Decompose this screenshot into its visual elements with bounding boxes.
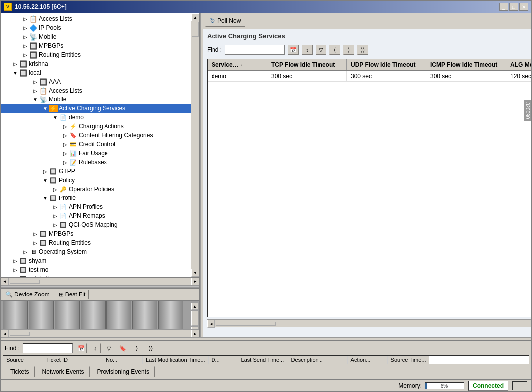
tree-node-charging-actions[interactable]: ▷ ⚡ Charging Actions	[1, 122, 199, 131]
tree-node-apn-remaps[interactable]: ▷ 📄 APN Remaps	[1, 211, 199, 220]
tree-node-active-charging[interactable]: ▼ ⚡ Active Charging Services	[1, 104, 199, 113]
tree-node-rulebases[interactable]: ▷ 📝 Rulebases	[1, 158, 199, 167]
tree-node-mpbgps-2[interactable]: ▷ 🔲 MPBGPs	[1, 229, 199, 238]
expand-icon[interactable]: ▷	[51, 203, 59, 211]
expand-icon[interactable]: ▷	[61, 140, 69, 148]
tree-node-apn-profiles[interactable]: ▷ 📄 APN Profiles	[1, 202, 199, 211]
tree-node-krishna[interactable]: ▷ 🔲 krishna	[1, 59, 199, 68]
expand-icon[interactable]: ▼	[51, 113, 59, 121]
tree-node-shyam[interactable]: ▷ 🔲 shyam	[1, 256, 199, 265]
tab-network-events[interactable]: Network Events	[37, 366, 90, 377]
tree-node-access-lists-1[interactable]: ▷ 📋 Access Lists	[1, 14, 199, 23]
tree-node-mobile-1[interactable]: ▷ 📡 Mobile	[1, 32, 199, 41]
device-hscroll-thumb[interactable]	[10, 332, 30, 336]
device-scroll-up[interactable]: ▲	[191, 303, 198, 310]
find-filter-btn[interactable]: ▽	[316, 45, 326, 55]
col-icmp[interactable]: ICMP Flow Idle Timeout	[426, 59, 506, 70]
tree-node-policy[interactable]: ▼ 🔲 Policy	[1, 176, 199, 185]
expand-icon[interactable]: ▷	[31, 239, 39, 247]
find-input[interactable]	[225, 45, 285, 55]
tab-provisioning-events[interactable]: Provisioning Events	[92, 366, 155, 377]
expand-icon[interactable]: ▷	[61, 158, 69, 166]
expand-icon[interactable]: ▷	[31, 78, 39, 86]
expand-icon[interactable]: ▷	[21, 15, 29, 23]
device-zoom-button[interactable]: 🔍 Device Zoom	[2, 290, 53, 299]
poll-now-button[interactable]: ↻ Poll Now	[205, 15, 245, 27]
find-nav-prev-btn[interactable]: ⟨	[329, 45, 340, 55]
tree-node-content-filtering[interactable]: ▷ 🔖 Content Filtering Categories	[1, 131, 199, 140]
expand-icon[interactable]: ▷	[11, 257, 19, 265]
right-hscroll-thumb[interactable]	[216, 322, 276, 326]
expand-icon[interactable]: ▷	[21, 42, 29, 50]
tree-node-profile[interactable]: ▼ 🔲 Profile	[1, 194, 199, 202]
tree-node-qci-qos[interactable]: ▷ 🔲 QCI-QoS Mapping	[1, 220, 199, 229]
tree-node-mpbgps-1[interactable]: ▷ 🔲 MPBGPs	[1, 41, 199, 50]
expand-icon[interactable]: ▷	[41, 167, 49, 175]
best-fit-button[interactable]: ⊞ Best Fit	[55, 290, 89, 299]
scroll-thumb[interactable]	[192, 22, 199, 37]
device-hscroll-left[interactable]: ◄	[1, 330, 9, 337]
expand-icon[interactable]: ▷	[51, 185, 59, 193]
table-row[interactable]: demo 300 sec 300 sec 300 sec 120 sec	[208, 71, 531, 82]
tree-node-fair-usage[interactable]: ▷ 📊 Fair Usage	[1, 149, 199, 158]
right-hscroll-left[interactable]: ◄	[207, 320, 215, 328]
expand-icon[interactable]: ▼	[11, 69, 19, 77]
tab-tickets[interactable]: Tickets	[5, 366, 35, 377]
device-scroll-bar[interactable]	[191, 311, 198, 326]
expand-icon[interactable]: ▷	[11, 266, 19, 274]
find-sort-btn[interactable]: ↕	[302, 45, 313, 55]
bottom-find-bookmark[interactable]: 🔖	[117, 343, 128, 353]
expand-icon[interactable]: ▷	[21, 51, 29, 59]
scroll-up-btn[interactable]: ▲	[191, 13, 199, 21]
expand-icon[interactable]: ▼	[41, 176, 49, 184]
tree-node-mobile-2[interactable]: ▼ 📡 Mobile	[1, 95, 199, 104]
tree-node-aaa[interactable]: ▷ 🔲 AAA	[1, 77, 199, 86]
scroll-down-btn[interactable]: ▼	[191, 269, 199, 277]
bottom-find-calendar[interactable]: 📅	[76, 343, 87, 353]
tree-node-access-lists-2[interactable]: ▷ 📋 Access Lists	[1, 86, 199, 95]
hscroll-left-btn[interactable]: ◄	[1, 278, 9, 286]
tree-node-test-mo[interactable]: ▷ 🔲 test mo	[1, 265, 199, 274]
hscroll-right-btn[interactable]: ►	[191, 278, 199, 286]
expand-icon[interactable]: ▷	[61, 131, 69, 139]
tree-node-vaishali[interactable]: ▷ 🔲 vaishali	[1, 274, 199, 277]
col-udp[interactable]: UDP Flow Idle Timeout	[347, 59, 426, 70]
expand-icon[interactable]: ▷	[11, 275, 19, 277]
bottom-find-nav2[interactable]: ⟩⟩	[145, 343, 156, 353]
expand-icon[interactable]: ▷	[31, 230, 39, 238]
tree-node-ip-pools[interactable]: ▷ 🔷 IP Pools	[1, 23, 199, 32]
col-tcp[interactable]: TCP Flow Idle Timeout	[267, 59, 347, 70]
find-calendar-btn[interactable]: 📅	[288, 45, 299, 55]
device-scroll-down[interactable]: ▼	[191, 327, 198, 329]
expand-icon[interactable]: ▷	[61, 149, 69, 157]
bottom-find-input[interactable]	[23, 343, 73, 353]
close-button[interactable]: ✕	[519, 3, 528, 11]
expand-icon[interactable]: ▷	[51, 221, 59, 229]
expand-icon[interactable]: ▷	[21, 24, 29, 32]
bottom-find-nav1[interactable]: ⟩	[131, 343, 142, 353]
expand-icon[interactable]: ▼	[41, 194, 49, 202]
tree-node-demo[interactable]: ▼ 📄 demo	[1, 113, 199, 122]
device-hscroll-right[interactable]: ►	[191, 330, 199, 337]
bottom-find-sort[interactable]: ↕	[90, 343, 101, 353]
tree-node-routing-1[interactable]: ▷ 🔲 Routing Entities	[1, 50, 199, 59]
expand-icon[interactable]: ▷	[21, 248, 29, 256]
tree-node-credit-control[interactable]: ▷ 💳 Credit Control	[1, 140, 199, 149]
tree-node-operating-system[interactable]: ▷ 🖥 Operating System	[1, 247, 199, 256]
maximize-button[interactable]: □	[509, 3, 518, 11]
hscroll-thumb[interactable]	[10, 280, 40, 284]
find-nav-last-btn[interactable]: ⟩⟩	[357, 45, 368, 55]
expand-icon[interactable]: ▼	[41, 104, 49, 112]
expand-icon[interactable]: ▷	[51, 212, 59, 220]
tree-scrollbar-v[interactable]: ▲ ▼	[191, 13, 199, 277]
col-alg[interactable]: ALG Media Idle Tim...	[506, 59, 531, 70]
bottom-find-filter[interactable]: ▽	[104, 343, 114, 353]
expand-icon[interactable]: ▷	[11, 60, 19, 68]
expand-icon[interactable]: ▷	[31, 87, 39, 95]
tree-node-operator-policies[interactable]: ▷ 🔑 Operator Policies	[1, 185, 199, 194]
expand-icon[interactable]: ▷	[21, 33, 29, 41]
tree-node-gtpp[interactable]: ▷ 🔲 GTPP	[1, 167, 199, 176]
tree-node-local[interactable]: ▼ 🔲 local	[1, 68, 199, 77]
col-service[interactable]: Service… ↔	[208, 59, 267, 70]
expand-icon[interactable]: ▷	[61, 122, 69, 130]
